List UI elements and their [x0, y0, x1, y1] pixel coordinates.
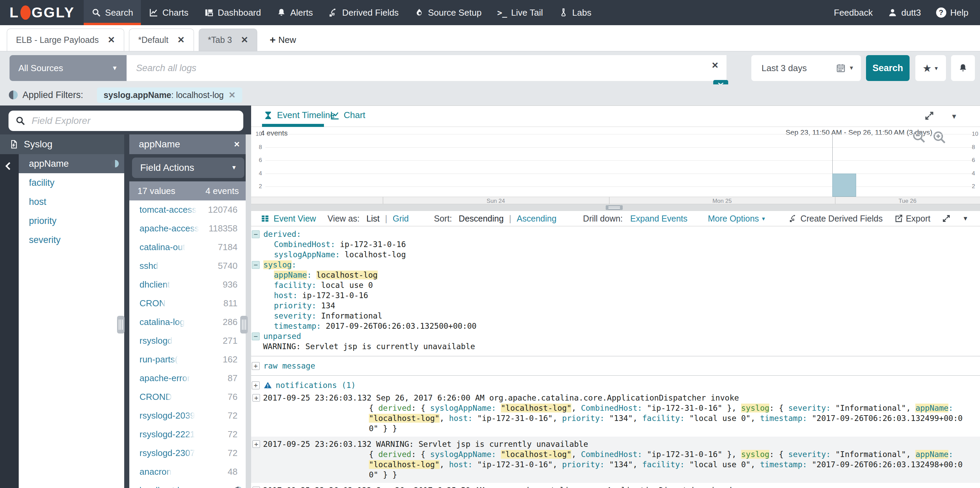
nav-item-labs[interactable]: Labs	[551, 0, 599, 25]
value-name[interactable]: CROND	[140, 392, 172, 402]
nav-item-charts[interactable]: Charts	[141, 0, 196, 25]
create-derived-fields-button[interactable]: Create Derived Fields	[789, 214, 883, 224]
value-row[interactable]: rsyslogd-230772	[129, 444, 246, 463]
search-tab-1[interactable]: ELB - Large Payloads✕	[7, 29, 124, 51]
expand-icon[interactable]: +	[252, 381, 259, 389]
expand-icon[interactable]: +	[253, 394, 260, 402]
user-menu[interactable]: dutt3	[888, 8, 921, 18]
nav-item-alerts[interactable]: Alerts	[269, 0, 321, 25]
nav-item-dashboard[interactable]: Dashboard	[196, 0, 269, 25]
remove-filter-icon[interactable]: ✕	[229, 90, 236, 100]
export-button[interactable]: Export	[894, 214, 930, 224]
value-name[interactable]: tomcat-access	[140, 205, 197, 215]
sidebar-field-severity[interactable]: severity	[19, 230, 124, 250]
collapse-timeline-icon[interactable]: ▼	[951, 113, 958, 121]
sidebar-field-host[interactable]: host	[19, 192, 124, 211]
value-row[interactable]: run-parts(162	[129, 350, 246, 369]
expand-events-icon[interactable]	[942, 214, 951, 223]
value-name[interactable]: rsyslogd	[140, 335, 172, 346]
tab-event-timeline[interactable]: Event Timeline	[263, 110, 335, 121]
close-tab-icon[interactable]: ✕	[108, 35, 115, 45]
collapse-events-icon[interactable]: ▼	[962, 215, 969, 222]
chart-scrollbar[interactable]	[251, 204, 980, 211]
value-row[interactable]: rsyslogd-222172	[129, 425, 246, 444]
view-grid-option[interactable]: Grid	[393, 214, 409, 224]
tab-chart[interactable]: Chart	[330, 110, 366, 121]
value-row[interactable]: tomcat-access120746	[129, 200, 246, 219]
nav-item-search[interactable]: Search	[84, 0, 141, 25]
value-name[interactable]: anacron	[140, 467, 172, 477]
value-row[interactable]: dhclient936	[129, 275, 246, 294]
search-tab-3[interactable]: *Tab 3✕	[199, 29, 258, 51]
expand-events-option[interactable]: Expand Events	[630, 214, 687, 224]
value-row[interactable]: apache-error87	[129, 369, 246, 388]
log-event-row[interactable]: +2017-09-25 23:26:03.132 Sep 26, 2017 6:…	[251, 483, 980, 488]
value-row[interactable]: catalina-log286	[129, 313, 246, 331]
collapse-icon[interactable]: −	[252, 230, 259, 238]
search-tab-2[interactable]: *Default✕	[129, 29, 194, 51]
source-selector[interactable]: All Sources ▼	[10, 55, 127, 81]
value-row[interactable]: rsyslogd271	[129, 331, 246, 350]
value-row[interactable]: sshd5740	[129, 257, 246, 275]
value-row[interactable]: anacron48	[129, 463, 246, 481]
value-name[interactable]: run-parts(	[140, 354, 178, 365]
value-row[interactable]: CROND76	[129, 388, 246, 406]
close-icon[interactable]: ×	[234, 139, 240, 150]
new-tab-button[interactable]: +New	[262, 29, 304, 51]
value-row[interactable]: rsyslogd-203972	[129, 406, 246, 425]
clear-search-icon[interactable]: ×	[712, 60, 718, 70]
zoom-out-icon[interactable]	[911, 129, 926, 145]
saved-searches-button[interactable]: ★▼	[915, 55, 946, 81]
sort-ascending-option[interactable]: Ascending	[517, 214, 557, 224]
chevron-left-icon[interactable]	[3, 160, 14, 172]
field-explorer-input[interactable]	[31, 115, 237, 127]
help-link[interactable]: ? Help	[936, 8, 969, 18]
panel-resize-handle[interactable]	[240, 316, 248, 334]
value-name[interactable]: apache-access	[140, 223, 199, 234]
collapse-icon[interactable]: −	[252, 261, 259, 269]
log-event-row[interactable]: +2017-09-25 23:26:03.132 WARNING: Servle…	[251, 437, 980, 483]
value-name[interactable]: apache-error	[140, 373, 190, 383]
event-view-title[interactable]: Event View	[261, 214, 316, 224]
value-name[interactable]: localhost-log	[140, 485, 189, 488]
chart-scrollbar-handle[interactable]	[606, 205, 623, 210]
nav-item-source-setup[interactable]: Source Setup	[407, 0, 490, 25]
value-name[interactable]: dhclient	[140, 280, 170, 290]
search-input[interactable]	[127, 55, 727, 81]
expand-icon[interactable]: +	[253, 440, 260, 448]
expand-icon[interactable]: +	[253, 486, 260, 488]
field-actions-button[interactable]: Field Actions ▼	[132, 157, 244, 178]
value-name[interactable]: catalina-log	[140, 317, 185, 327]
value-name[interactable]: CRON	[140, 298, 166, 308]
more-options-menu[interactable]: More Options▼	[708, 214, 766, 224]
value-row[interactable]: apache-access118358	[129, 219, 246, 238]
value-name[interactable]: rsyslogd-2307	[140, 448, 195, 458]
value-name[interactable]: rsyslogd-2039	[140, 410, 195, 421]
sidebar-field-facility[interactable]: facility	[19, 173, 124, 192]
panel-resize-handle[interactable]	[117, 316, 124, 334]
log-event-row[interactable]: +2017-09-25 23:26:03.132 Sep 26, 2017 6:…	[251, 390, 980, 437]
event-count-bar[interactable]	[832, 173, 856, 197]
value-row[interactable]: catalina-out7184	[129, 238, 246, 257]
time-range-picker[interactable]: Last 3 days ▼	[751, 55, 861, 81]
loggly-logo[interactable]: LGGLY	[0, 0, 84, 25]
sidebar-field-priority[interactable]: priority	[19, 211, 124, 230]
expand-icon[interactable]: +	[252, 362, 259, 370]
search-button[interactable]: Search	[866, 55, 910, 81]
close-tab-icon[interactable]: ✕	[241, 35, 248, 45]
value-name[interactable]: sshd	[140, 261, 158, 271]
field-group-header[interactable]: Syslog	[0, 134, 124, 154]
close-tab-icon[interactable]: ✕	[177, 35, 185, 45]
feedback-link[interactable]: Feedback	[834, 8, 873, 18]
expand-timeline-icon[interactable]	[924, 111, 934, 122]
sidebar-field-appName[interactable]: appName	[19, 154, 124, 173]
view-list-option[interactable]: List	[366, 214, 380, 224]
filter-chip[interactable]: syslog.appName : localhost-log✕	[97, 87, 243, 103]
value-name[interactable]: rsyslogd-2221	[140, 429, 195, 440]
value-name[interactable]: catalina-out	[140, 242, 185, 253]
collapse-icon[interactable]: −	[252, 332, 259, 340]
alert-button[interactable]	[951, 55, 975, 81]
sort-descending-option[interactable]: Descending	[459, 214, 504, 224]
nav-item-live-tail[interactable]: >_Live Tail	[489, 0, 550, 25]
value-row[interactable]: CRON811	[129, 294, 246, 313]
